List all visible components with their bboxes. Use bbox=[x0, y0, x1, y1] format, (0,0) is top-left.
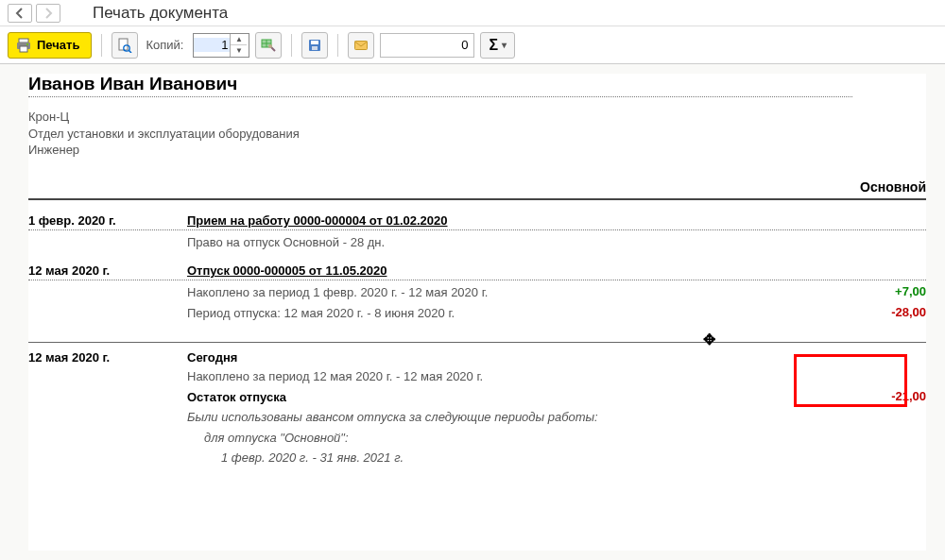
section-title: Основной bbox=[813, 179, 926, 198]
floppy-disk-icon bbox=[307, 38, 322, 53]
arrow-left-icon bbox=[14, 8, 26, 19]
meta-dept: Отдел установки и эксплуатации оборудова… bbox=[28, 126, 926, 143]
employee-meta: Крон-Ц Отдел установки и эксплуатации об… bbox=[28, 109, 926, 159]
entry-value-used: -28,00 bbox=[813, 305, 926, 322]
nav-forward-button[interactable] bbox=[36, 4, 60, 23]
entry-today: 12 мая 2020 г. Сегодня Накоплено за пери… bbox=[28, 350, 926, 467]
copies-field[interactable]: ▲ ▼ bbox=[193, 33, 249, 58]
meta-org: Крон-Ц bbox=[28, 109, 926, 126]
copies-spinner: ▲ ▼ bbox=[230, 34, 247, 57]
entry-date: 12 мая 2020 г. bbox=[28, 263, 187, 278]
toolbar-separator bbox=[337, 34, 338, 57]
sigma-icon: Σ bbox=[489, 37, 498, 54]
section-header: Основной bbox=[28, 179, 926, 200]
entry-date: 12 мая 2020 г. bbox=[28, 350, 187, 365]
save-button[interactable] bbox=[301, 32, 328, 59]
document-area: Иванов Иван Иванович Крон-Ц Отдел устано… bbox=[28, 74, 926, 551]
divider bbox=[28, 229, 926, 230]
svg-point-3 bbox=[26, 43, 28, 45]
entry-vacation: 12 мая 2020 г. Отпуск 0000-000005 от 11.… bbox=[28, 263, 926, 321]
nav-back-button[interactable] bbox=[8, 4, 32, 23]
entry-title: Отпуск 0000-000005 от 11.05.2020 bbox=[187, 263, 813, 278]
svg-rect-0 bbox=[19, 39, 28, 42]
sigma-button[interactable]: Σ ▾ bbox=[480, 32, 515, 59]
toolbar: Печать Копий: ▲ ▼ Σ ▾ bbox=[0, 26, 945, 64]
toolbar-separator bbox=[291, 34, 292, 57]
copies-spinner-up[interactable]: ▲ bbox=[231, 34, 247, 46]
print-button-label: Печать bbox=[37, 38, 79, 52]
print-button[interactable]: Печать bbox=[8, 32, 92, 59]
svg-rect-12 bbox=[311, 41, 318, 44]
employee-name: Иванов Иван Иванович bbox=[28, 74, 926, 94]
entry-title: Прием на работу 0000-000004 от 01.02.202… bbox=[187, 213, 813, 228]
entry-title: Сегодня bbox=[187, 350, 813, 365]
entry-line: Накоплено за период 12 мая 2020 г. - 12 … bbox=[187, 368, 813, 385]
svg-point-10 bbox=[268, 44, 272, 48]
send-email-button[interactable] bbox=[348, 32, 374, 59]
svg-rect-13 bbox=[312, 46, 318, 50]
chevron-down-icon: ▾ bbox=[502, 40, 507, 50]
document-zoom-icon bbox=[117, 38, 132, 53]
copies-input[interactable] bbox=[194, 38, 230, 52]
meta-position: Инженер bbox=[28, 142, 926, 159]
sum-display-field[interactable] bbox=[380, 33, 474, 58]
svg-line-6 bbox=[129, 50, 132, 53]
arrow-right-icon bbox=[43, 8, 54, 19]
divider bbox=[28, 280, 926, 280]
entry-line: Период отпуска: 12 мая 2020 г. - 8 июня … bbox=[187, 305, 813, 322]
envelope-icon bbox=[353, 38, 369, 53]
copies-spinner-down[interactable]: ▼ bbox=[231, 45, 247, 57]
entry-line: Право на отпуск Основной - 28 дн. bbox=[187, 234, 813, 251]
copies-label: Копий: bbox=[146, 38, 183, 52]
entry-note-period: 1 февр. 2020 г. - 31 янв. 2021 г. bbox=[187, 450, 813, 467]
entry-hire: 1 февр. 2020 г. Прием на работу 0000-000… bbox=[28, 213, 926, 251]
table-wrench-icon bbox=[261, 38, 276, 53]
divider bbox=[28, 342, 926, 343]
settings-button[interactable] bbox=[255, 32, 282, 59]
titlebar: Печать документа bbox=[0, 0, 945, 26]
entry-line: Накоплено за период 1 февр. 2020 г. - 12… bbox=[187, 284, 813, 301]
entry-value-accrued: +7,00 bbox=[813, 284, 926, 301]
balance-value: -21,00 bbox=[813, 389, 926, 406]
balance-label: Остаток отпуска bbox=[187, 389, 813, 406]
preview-button[interactable] bbox=[112, 32, 138, 59]
toolbar-separator bbox=[101, 34, 102, 57]
entry-note: Были использованы авансом отпуска за сле… bbox=[187, 409, 813, 426]
svg-rect-14 bbox=[355, 41, 368, 49]
window-title: Печать документа bbox=[93, 4, 228, 23]
printer-icon bbox=[16, 38, 31, 53]
divider bbox=[28, 96, 852, 97]
svg-rect-2 bbox=[20, 46, 27, 52]
entry-date: 1 февр. 2020 г. bbox=[28, 213, 187, 228]
entry-note-sub: для отпуска "Основной": bbox=[187, 430, 813, 447]
